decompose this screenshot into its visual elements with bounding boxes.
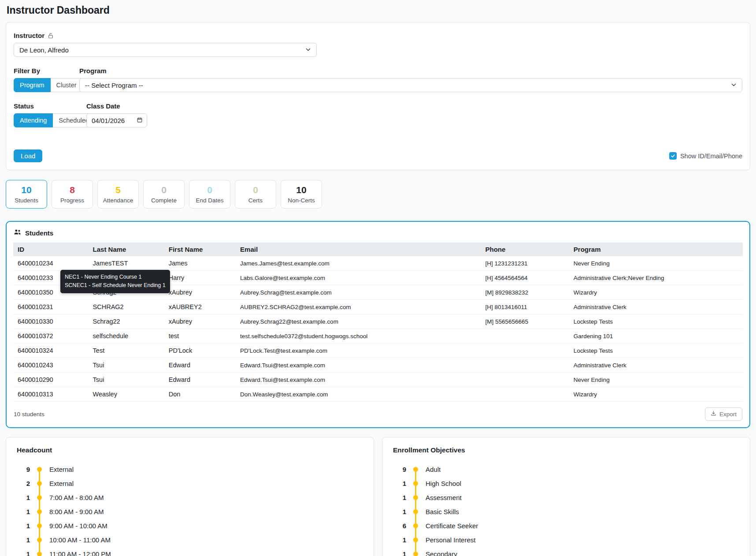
program-label: Program	[79, 67, 742, 75]
cell-phone	[481, 387, 569, 402]
cell-phone	[481, 329, 569, 343]
dot-icon	[413, 481, 418, 486]
bottom-cards-row: Headcount 9 External 2 External	[6, 437, 750, 556]
table-row[interactable]: 6400010313 Weasley Don Don.Weasley@test.…	[13, 387, 743, 402]
timeline-count: 1	[393, 480, 406, 487]
timeline-label: Adult	[426, 466, 441, 473]
timeline-label: External	[49, 466, 74, 473]
table-header-row: ID Last Name First Name Email Phone Prog…	[13, 243, 743, 256]
cell-program: Administrative Clerk;Never Ending	[569, 271, 743, 285]
stat-value: 10	[285, 184, 317, 196]
cell-phone: [M] 8929838232	[481, 285, 569, 300]
table-row[interactable]: 6400010234 JamesTEST James James.James@t…	[13, 256, 743, 271]
status-column: Status Attending Scheduled	[14, 102, 79, 127]
class-date-label: Class Date	[86, 102, 147, 110]
timeline-count: 6	[393, 522, 406, 530]
show-id-email-phone-toggle[interactable]: Show ID/Email/Phone	[669, 152, 742, 160]
dot-icon	[37, 552, 42, 556]
attending-toggle-button[interactable]: Attending	[14, 113, 53, 127]
chevron-down-icon	[731, 82, 737, 89]
students-panel-title: Students	[25, 229, 53, 237]
status-row: Status Attending Scheduled Class Date 04…	[14, 102, 742, 127]
timeline-count: 1	[393, 550, 406, 556]
checkbox-checked-icon[interactable]	[669, 152, 677, 160]
program-select-value: -- Select Program --	[85, 82, 143, 89]
cell-first-name: xAubrey	[164, 285, 236, 300]
cell-email: test.selfschedule0372@student.hogwogs.sc…	[236, 329, 481, 343]
timeline-item: 1 11:00 AM - 12:00 PM	[17, 547, 363, 556]
timeline-label: 9:00 AM - 10:00 AM	[49, 522, 107, 530]
table-row[interactable]: 6400010243 Tsui Edward Edward.Tsui@test.…	[13, 358, 743, 373]
program-select[interactable]: -- Select Program --	[79, 78, 742, 92]
timeline-item: 1 High School	[393, 476, 739, 490]
timeline-item: 1 Assessment	[393, 490, 739, 504]
timeline-item: 1 7:00 AM - 8:00 AM	[17, 490, 363, 504]
timeline-connector	[406, 462, 425, 476]
stat-card[interactable]: 0 Certs	[235, 180, 276, 209]
cell-program: Lockstep Tests	[569, 343, 743, 358]
stat-label: Students	[11, 197, 42, 205]
cell-phone: [M] 5565656665	[481, 314, 569, 329]
cell-phone	[481, 358, 569, 373]
timeline-label: 7:00 AM - 8:00 AM	[49, 494, 104, 501]
cell-program: Wizardry	[569, 387, 743, 402]
cell-email: AUBREY2.SCHRAG2@test.example.com	[236, 300, 481, 314]
filter-by-column: Filter By Program Cluster	[14, 67, 72, 92]
stat-card[interactable]: 0 End Dates	[189, 180, 230, 209]
timeline-item: 1 8:00 AM - 9:00 AM	[17, 504, 363, 519]
table-row[interactable]: 6400010231 SCHRAG2 xAUBREY2 AUBREY2.SCHR…	[13, 300, 743, 314]
cell-phone	[481, 373, 569, 387]
instructor-select[interactable]: De Leon, Alfredo	[14, 43, 317, 57]
table-row[interactable]: 6400010324 Test PD'Lock PD'Lock.Test@tes…	[13, 343, 743, 358]
timeline-connector	[30, 533, 48, 547]
dot-icon	[37, 481, 42, 486]
timeline-item: 1 Personal Interest	[393, 533, 739, 547]
cell-id: 6400010234	[13, 256, 89, 271]
stat-card[interactable]: 10 Students	[6, 180, 47, 209]
cell-phone: [H] 4564564564	[481, 271, 569, 285]
timeline-label: 11:00 AM - 12:00 PM	[49, 550, 111, 556]
table-row[interactable]: 6400010290 Tsui Edward Edward.Tsui@test.…	[13, 373, 743, 387]
table-row[interactable]: 6400010330 Schrag22 xAubrey Aubrey.Schra…	[13, 314, 743, 329]
stat-card[interactable]: 10 Non-Certs	[281, 180, 322, 209]
page-title: Instructor Dashboard	[7, 4, 749, 16]
filter-by-row: Filter By Program Cluster Program -- Sel…	[14, 67, 742, 92]
stat-card[interactable]: 0 Complete	[143, 180, 185, 209]
table-row[interactable]: 6400010372 selfschedule test test.selfsc…	[13, 329, 743, 343]
cell-first-name: xAUBREY2	[164, 300, 236, 314]
timeline-connector	[30, 462, 48, 476]
filter-panel: Instructor De Leon, Alfredo Filter By Pr…	[6, 22, 750, 170]
cell-program: Never Ending	[569, 373, 743, 387]
dot-icon	[37, 467, 42, 472]
dot-icon	[37, 537, 42, 542]
timeline-label: External	[49, 480, 74, 487]
timeline-count: 2	[17, 480, 30, 487]
stat-value: 0	[240, 184, 271, 196]
cell-phone: [H] 1231231231	[481, 256, 569, 271]
stat-label: Certs	[240, 197, 271, 205]
stat-card[interactable]: 5 Attendance	[97, 180, 139, 209]
timeline-item: 2 External	[17, 476, 363, 490]
cell-program: Never Ending	[569, 256, 743, 271]
course-tooltip: NEC1 - Never Ending Course 1 SCNEC1 - Se…	[60, 270, 170, 293]
class-date-input[interactable]: 04/01/2026	[86, 113, 147, 127]
cell-last-name: Tsui	[89, 373, 164, 387]
timeline-label: 8:00 AM - 9:00 AM	[49, 508, 104, 515]
timeline-count: 1	[17, 522, 30, 530]
export-button[interactable]: Export	[705, 407, 742, 421]
program-toggle-button[interactable]: Program	[14, 78, 51, 92]
cell-first-name: xAubrey	[164, 314, 236, 329]
cell-id: 6400010231	[13, 300, 89, 314]
stat-value: 0	[194, 184, 226, 196]
stat-card[interactable]: 8 Progress	[52, 180, 93, 209]
calendar-icon[interactable]	[137, 117, 143, 124]
timeline-connector	[406, 519, 425, 533]
timeline-count: 1	[17, 536, 30, 544]
timeline-count: 1	[17, 550, 30, 556]
headcount-card: Headcount 9 External 2 External	[6, 437, 374, 556]
stat-label: Progress	[56, 197, 88, 205]
load-button[interactable]: Load	[14, 149, 42, 162]
cluster-toggle-button[interactable]: Cluster	[51, 78, 83, 92]
timeline-connector	[30, 519, 48, 533]
timeline-label: 10:00 AM - 11:00 AM	[49, 536, 111, 544]
